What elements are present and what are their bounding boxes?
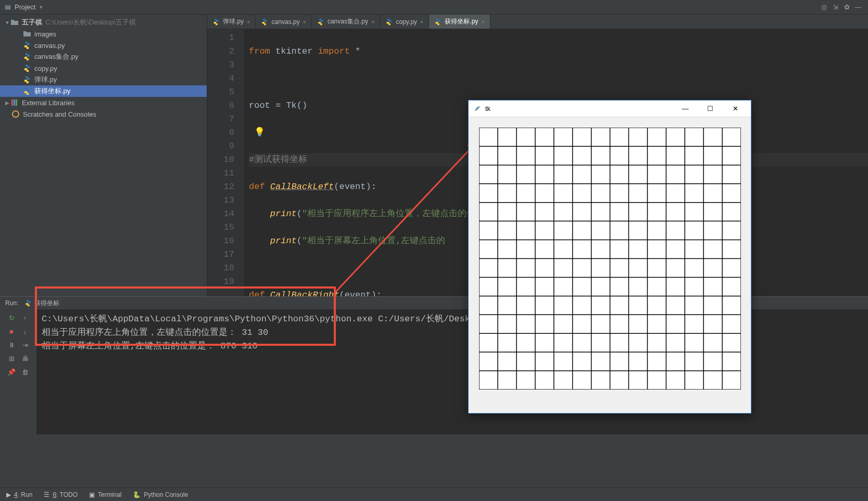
close-icon[interactable]: × <box>247 19 250 25</box>
dropdown-icon: ▼ <box>39 5 43 10</box>
python-file-icon <box>23 76 31 84</box>
folder-icon <box>10 18 19 27</box>
root-name: 五子棋 <box>22 18 42 27</box>
python-file-icon <box>24 299 32 307</box>
tree-file-selected[interactable]: 获得坐标.py <box>0 85 207 97</box>
chevron-down-icon: ▼ <box>4 20 10 26</box>
locate-icon[interactable]: ◎ <box>818 2 829 13</box>
layout-icon[interactable]: ⊞ <box>7 354 16 362</box>
close-icon[interactable]: × <box>303 19 306 25</box>
library-icon <box>10 98 19 107</box>
project-icon <box>4 4 11 11</box>
svg-rect-1 <box>5 5 11 6</box>
python-file-icon <box>385 18 393 26</box>
tk-canvas[interactable] <box>479 128 741 390</box>
gear-icon[interactable]: ✿ <box>841 2 852 13</box>
tree-external-libs[interactable]: ▶ External Libraries <box>0 97 207 108</box>
tk-title-text: tk <box>485 105 671 112</box>
tree-file[interactable]: copy.py <box>0 62 207 74</box>
run-label: Run: <box>5 299 18 307</box>
status-run[interactable]: ▶ 4: Run <box>6 491 32 498</box>
down-icon[interactable]: ↓ <box>21 327 29 335</box>
run-toolbar: ↻ ■ ⏸ ⊞ 📌 ↑ ↓ ⇥ 🖶 🗑 <box>0 309 36 434</box>
up-icon[interactable]: ↑ <box>21 314 29 322</box>
run-tab[interactable]: 获得坐标 <box>24 299 59 308</box>
trash-icon[interactable]: 🗑 <box>21 368 29 376</box>
tree-scratches[interactable]: Scratches and Consoles <box>0 108 207 120</box>
close-icon[interactable]: × <box>371 19 374 25</box>
python-file-icon <box>23 64 31 72</box>
project-tree: ▼ 五子棋 C:\Users\长帆\Desktop\五子棋 images can… <box>0 15 207 296</box>
tab-file[interactable]: copy.py× <box>380 15 429 29</box>
project-toolbar: Project ▼ ◎ ⇲ ✿ — <box>0 0 868 15</box>
tree-root[interactable]: ▼ 五子棋 C:\Users\长帆\Desktop\五子棋 <box>0 17 207 28</box>
status-terminal[interactable]: ▣ Terminal <box>89 491 121 498</box>
editor-tabs: 弹球.py× canvas.py× canvas集合.py× copy.py× … <box>207 15 868 29</box>
status-python-console[interactable]: 🐍 Python Console <box>133 491 188 498</box>
pin-icon[interactable]: 📌 <box>7 368 16 376</box>
close-icon[interactable]: × <box>481 19 484 25</box>
close-icon[interactable]: × <box>420 19 423 25</box>
tab-file[interactable]: canvas.py× <box>256 15 311 29</box>
project-dropdown[interactable]: Project ▼ <box>4 3 43 11</box>
root-path: C:\Users\长帆\Desktop\五子棋 <box>45 18 136 27</box>
python-file-icon <box>261 18 268 26</box>
python-file-icon <box>434 18 442 26</box>
tab-file[interactable]: 弹球.py× <box>207 15 256 29</box>
python-file-icon <box>212 18 220 26</box>
line-gutter: 12345678910111213141516171819 <box>207 29 244 296</box>
svg-rect-3 <box>14 99 15 106</box>
scratches-icon <box>11 110 20 118</box>
tk-feather-icon <box>474 105 481 112</box>
wrap-icon[interactable]: ⇥ <box>21 341 29 349</box>
status-bar: ▶ 4: Run ☰ 6: TODO ▣ Terminal 🐍 Python C… <box>0 487 868 501</box>
svg-rect-2 <box>11 99 13 106</box>
maximize-button[interactable]: ☐ <box>700 102 721 116</box>
status-todo[interactable]: ☰ 6: TODO <box>44 491 78 498</box>
python-file-icon <box>23 87 31 95</box>
rerun-icon[interactable]: ↻ <box>7 314 16 322</box>
chevron-right-icon: ▶ <box>4 100 10 106</box>
close-button[interactable]: ✕ <box>725 102 746 116</box>
tk-window[interactable]: tk — ☐ ✕ <box>468 100 751 414</box>
tree-folder-images[interactable]: images <box>0 28 207 40</box>
svg-rect-4 <box>16 99 17 106</box>
pause-icon[interactable]: ⏸ <box>7 341 16 349</box>
tab-file-active[interactable]: 获得坐标.py× <box>429 15 490 29</box>
tk-titlebar[interactable]: tk — ☐ ✕ <box>469 101 751 117</box>
svg-point-5 <box>12 111 19 117</box>
tab-file[interactable]: canvas集合.py× <box>312 15 380 29</box>
tree-file[interactable]: canvas集合.py <box>0 51 207 62</box>
stop-icon[interactable]: ■ <box>7 327 16 335</box>
python-file-icon <box>317 18 324 26</box>
minimize-button[interactable]: — <box>675 102 696 116</box>
python-file-icon <box>23 41 31 49</box>
tree-file[interactable]: canvas.py <box>0 40 207 51</box>
minimize-icon[interactable]: — <box>852 2 864 13</box>
expand-icon[interactable]: ⇲ <box>829 2 841 13</box>
folder-icon <box>23 30 31 38</box>
lightbulb-icon[interactable]: 💡 <box>254 128 265 137</box>
project-label: Project <box>15 3 35 11</box>
print-icon[interactable]: 🖶 <box>21 354 29 362</box>
tree-file[interactable]: 弹球.py <box>0 74 207 85</box>
python-file-icon <box>23 53 31 61</box>
